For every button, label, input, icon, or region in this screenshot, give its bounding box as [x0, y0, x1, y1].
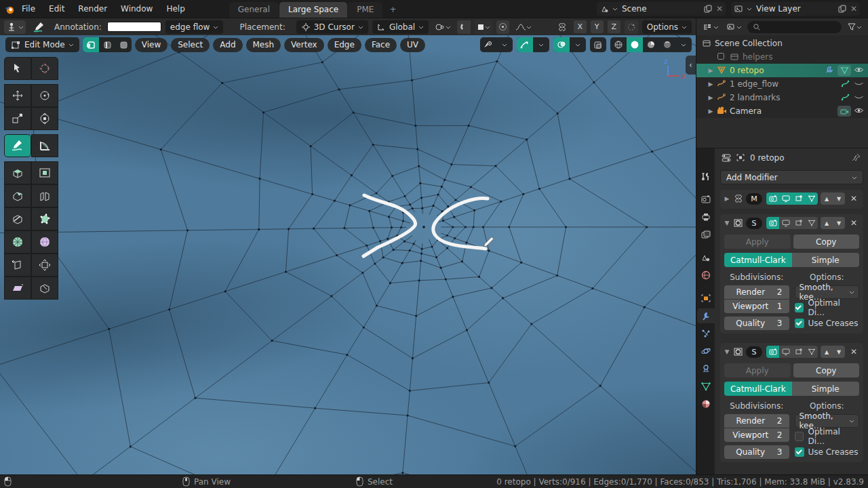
tool-annotate[interactable]: [4, 134, 31, 157]
menu-vertex[interactable]: Vertex: [284, 38, 324, 52]
move-down-button[interactable]: ▼: [833, 217, 845, 229]
shading-rendered-toggle[interactable]: [659, 37, 675, 52]
camera-data-badge[interactable]: [837, 106, 851, 117]
tool-select-box[interactable]: [4, 57, 31, 80]
tab-view-layer[interactable]: [697, 227, 715, 242]
move-up-button[interactable]: ▲: [821, 346, 833, 358]
tool-measure[interactable]: [31, 134, 58, 157]
viewport-subdivisions-field[interactable]: Viewport1: [724, 300, 789, 313]
mesh-data-badge[interactable]: [837, 65, 851, 76]
simple-button[interactable]: Simple: [792, 253, 860, 267]
tool-rotate[interactable]: [31, 84, 58, 107]
proportional-edit-toggle[interactable]: [496, 20, 509, 34]
tab-pme[interactable]: PME: [348, 2, 382, 18]
menu-add[interactable]: Add: [213, 38, 242, 52]
menu-edit[interactable]: Edit: [43, 3, 71, 15]
view-layer-name[interactable]: View Layer: [755, 4, 835, 14]
menu-render[interactable]: Render: [72, 3, 113, 15]
tool-spin[interactable]: [4, 230, 31, 253]
edge-select-toggle[interactable]: [99, 37, 115, 52]
menu-uv[interactable]: UV: [400, 38, 425, 52]
quality-field[interactable]: Quality3: [724, 317, 789, 330]
xray-toggle[interactable]: [590, 37, 606, 52]
collapse-arrow-icon[interactable]: ▼: [724, 220, 730, 226]
move-up-button[interactable]: ▲: [821, 217, 833, 229]
tab-scene[interactable]: [697, 250, 715, 265]
copy-button[interactable]: Copy: [793, 235, 860, 249]
add-modifier-dropdown[interactable]: Add Modifier: [720, 170, 863, 184]
render-subdivisions-field[interactable]: Render2: [724, 414, 789, 428]
tool-scale[interactable]: [4, 107, 31, 130]
sidebar-expand-arrow[interactable]: ‹: [686, 56, 696, 75]
tool-move[interactable]: [4, 84, 31, 107]
menu-file[interactable]: File: [16, 3, 41, 15]
tab-material[interactable]: [697, 396, 715, 411]
properties-editor-icon[interactable]: [722, 153, 732, 163]
cage-toggle[interactable]: [805, 192, 818, 205]
menu-help[interactable]: Help: [160, 3, 191, 15]
realtime-toggle[interactable]: [779, 192, 792, 205]
editor-type-dropdown[interactable]: [701, 20, 721, 34]
outliner-row-landmarks[interactable]: ▶ 2 landmarks: [696, 91, 868, 104]
menu-face[interactable]: Face: [365, 38, 397, 52]
tab-tool[interactable]: [697, 169, 715, 184]
menu-mesh[interactable]: Mesh: [246, 38, 281, 52]
copy-button[interactable]: Copy: [793, 363, 860, 378]
tab-particles[interactable]: [697, 326, 715, 341]
tab-object-data[interactable]: [697, 379, 715, 394]
expand-arrow-icon[interactable]: ▶: [707, 94, 714, 101]
filter-dropdown[interactable]: [845, 20, 864, 34]
tool-smooth[interactable]: [31, 230, 58, 253]
viewport-3d[interactable]: z x Edit Mode View Select Add Mesh Verte…: [0, 35, 696, 474]
remove-view-layer-icon[interactable]: ✕: [850, 4, 857, 14]
proportional-falloff-dropdown[interactable]: [513, 20, 534, 34]
tab-physics[interactable]: [697, 344, 715, 359]
tool-shear[interactable]: [4, 277, 31, 300]
tab-output[interactable]: [697, 209, 715, 224]
modifier-name-field[interactable]: S: [746, 346, 762, 358]
mode-dropdown[interactable]: Edit Mode: [5, 37, 79, 52]
use-creases-checkbox[interactable]: Use Creases: [795, 445, 860, 459]
editmode-toggle[interactable]: [792, 217, 805, 229]
unlink-scene-icon[interactable]: ✕: [716, 4, 723, 14]
outliner-row-scene-collection[interactable]: Scene Collection: [696, 37, 868, 50]
collapse-arrow-icon[interactable]: ▼: [724, 348, 730, 355]
chevron-down-icon[interactable]: [496, 37, 513, 52]
tab-render[interactable]: [697, 192, 715, 207]
tool-inset-faces[interactable]: [31, 161, 58, 184]
show-gizmo-toggle[interactable]: [517, 37, 533, 52]
display-mode-dropdown[interactable]: [724, 20, 744, 34]
menu-edge[interactable]: Edge: [328, 38, 361, 52]
tool-bevel[interactable]: [4, 184, 31, 207]
modifier-name-field[interactable]: M: [746, 193, 762, 205]
tab-general[interactable]: General: [229, 2, 279, 18]
new-view-layer-icon[interactable]: [837, 4, 848, 14]
tool-poly-build[interactable]: [31, 207, 58, 230]
outliner-row-camera[interactable]: ▶ Camera: [696, 104, 868, 118]
mirror-y-toggle[interactable]: Y: [591, 20, 604, 33]
uv-smooth-dropdown[interactable]: Smooth, kee…: [795, 414, 860, 428]
apply-button[interactable]: Apply: [724, 363, 791, 378]
shading-material-toggle[interactable]: [643, 37, 659, 52]
tool-extrude-region[interactable]: [4, 161, 31, 184]
catmull-clark-button[interactable]: Catmull-Clark: [724, 382, 792, 396]
editmode-toggle[interactable]: [792, 192, 805, 205]
modifier-wrench-icon[interactable]: [825, 66, 835, 76]
menu-view[interactable]: View: [135, 38, 167, 52]
use-creases-checkbox[interactable]: Use Creases: [795, 316, 860, 330]
new-scene-icon[interactable]: [703, 4, 713, 14]
move-up-button[interactable]: ▲: [821, 192, 833, 205]
checkbox-icon[interactable]: [717, 52, 727, 62]
mirror-z-toggle[interactable]: Z: [608, 20, 620, 33]
menu-window[interactable]: Window: [115, 3, 159, 15]
mirror-x-toggle[interactable]: X: [574, 20, 587, 33]
visibility-eye-icon[interactable]: [854, 106, 864, 117]
outliner-row-retopo[interactable]: ▶ 0 retopo: [696, 64, 868, 77]
tool-shrink-fatten[interactable]: [31, 253, 58, 277]
optimal-display-checkbox[interactable]: Optimal Di…: [795, 300, 860, 314]
orientation-dropdown[interactable]: Global: [372, 20, 429, 34]
realtime-toggle[interactable]: [779, 346, 792, 358]
annotation-color-swatch[interactable]: [107, 22, 161, 32]
viewport-subdivisions-field[interactable]: Viewport2: [724, 428, 789, 442]
blender-logo-icon[interactable]: [4, 4, 14, 14]
